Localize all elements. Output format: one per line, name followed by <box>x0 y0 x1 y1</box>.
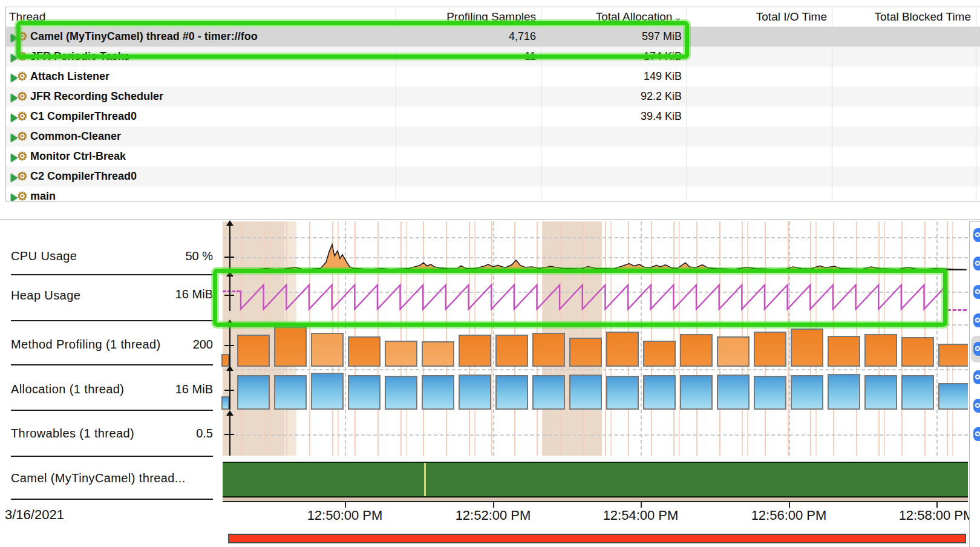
time-axis-tick <box>493 502 494 508</box>
method-profiling-bar[interactable] <box>422 341 454 367</box>
lane-y-axis <box>229 415 230 456</box>
allocation-bar[interactable] <box>754 376 786 410</box>
lane-y-axis <box>229 276 230 311</box>
allocation-bar[interactable] <box>569 375 602 410</box>
allocation-bar[interactable] <box>459 375 491 410</box>
allocation-bar[interactable] <box>311 373 344 410</box>
allocation-bar[interactable] <box>348 375 381 410</box>
thread-activity-span[interactable] <box>223 462 968 497</box>
lane-settings-button[interactable] <box>973 370 980 384</box>
allocation-bar[interactable] <box>532 375 565 410</box>
time-axis-label: 12:54:00 PM <box>580 508 701 523</box>
method-profiling-bar[interactable] <box>348 336 381 367</box>
axis-tick <box>224 434 234 435</box>
allocation-bar[interactable] <box>495 375 528 410</box>
allocation-bar[interactable] <box>901 375 934 410</box>
lane-settings-button[interactable] <box>973 399 980 413</box>
timeline-range-scrollbar[interactable] <box>228 534 966 543</box>
allocation-bar[interactable] <box>680 375 713 410</box>
date-label: 3/16/2021 <box>5 507 64 523</box>
lane-settings-button[interactable] <box>973 285 980 299</box>
method-profiling-bar[interactable] <box>237 335 270 367</box>
allocation-bar[interactable] <box>422 375 454 410</box>
allocation-bar[interactable] <box>385 376 417 410</box>
axis-arrow-icon <box>226 410 234 416</box>
axis-arrow-icon <box>226 220 234 226</box>
axis-arrow-icon <box>226 365 234 371</box>
method-profiling-bar[interactable] <box>643 341 676 367</box>
method-profiling-bar[interactable] <box>532 333 565 367</box>
time-axis-label: 12:52:00 PM <box>433 508 554 523</box>
method-profiling-bar[interactable] <box>791 329 823 367</box>
method-profiling-bar[interactable] <box>385 341 417 367</box>
time-axis-tick <box>936 502 938 508</box>
method-profiling-bar[interactable] <box>938 344 968 367</box>
thread-event-marker <box>424 463 426 496</box>
axis-tick <box>224 257 234 258</box>
lane-settings-button[interactable] <box>973 313 980 327</box>
method-profiling-bar[interactable] <box>606 332 639 367</box>
lane-config-toolbar <box>969 221 980 547</box>
method-profiling-bar[interactable] <box>680 334 713 367</box>
allocation-bar[interactable] <box>791 375 823 410</box>
time-axis-tick <box>641 502 642 508</box>
profiler-window: ThreadProfiling SamplesTotal Allocation⌄… <box>0 0 980 547</box>
allocation-bar[interactable] <box>643 375 676 410</box>
time-axis-tick <box>345 502 346 508</box>
lane-settings-button[interactable] <box>973 228 980 242</box>
allocation-bar[interactable] <box>938 383 968 410</box>
axis-tick <box>224 390 234 391</box>
method-profiling-bar[interactable] <box>495 335 528 367</box>
time-axis <box>223 501 968 502</box>
method-profiling-bar[interactable] <box>717 336 750 367</box>
lane-settings-button[interactable] <box>973 342 980 356</box>
time-axis-label: 12:50:00 PM <box>284 508 405 523</box>
method-profiling-bar[interactable] <box>754 332 786 367</box>
time-axis-label: 12:56:00 PM <box>728 508 849 523</box>
method-profiling-bar[interactable] <box>828 336 860 367</box>
time-axis-label: 12:58:00 PM <box>876 508 980 523</box>
allocation-bar[interactable] <box>237 375 270 410</box>
allocation-bar[interactable] <box>828 374 860 410</box>
lane-settings-button[interactable] <box>973 427 980 441</box>
axis-tick <box>224 345 234 346</box>
axis-arrow-icon <box>226 319 234 325</box>
method-profiling-bar[interactable] <box>274 327 307 367</box>
lane-settings-button[interactable] <box>973 257 980 270</box>
partial-bar <box>221 396 229 410</box>
axis-tick <box>224 295 234 296</box>
method-profiling-bar[interactable] <box>569 338 602 367</box>
lane-y-axis <box>229 225 230 270</box>
method-profiling-bar[interactable] <box>901 337 934 367</box>
method-profiling-bar[interactable] <box>311 333 344 367</box>
method-profiling-bar[interactable] <box>864 334 897 367</box>
time-axis-tick <box>789 502 790 508</box>
method-profiling-bar[interactable] <box>459 335 491 367</box>
partial-bar <box>221 354 229 367</box>
allocation-bar[interactable] <box>274 375 307 410</box>
allocation-bar[interactable] <box>606 376 639 410</box>
allocation-bar[interactable] <box>717 375 750 410</box>
allocation-bar[interactable] <box>864 375 897 410</box>
axis-arrow-icon <box>226 271 234 277</box>
